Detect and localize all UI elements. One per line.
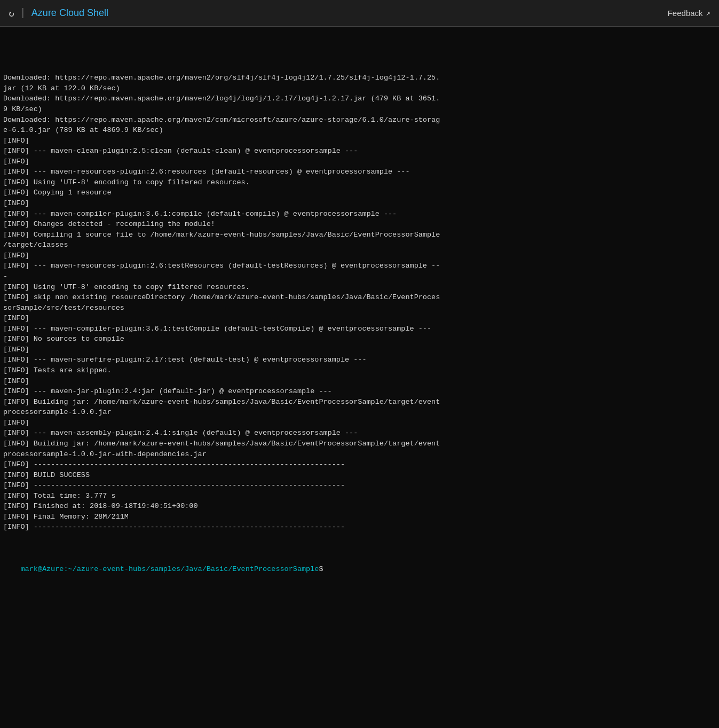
terminal-line: [INFO] --- maven-clean-plugin:2.5:clean … xyxy=(3,146,716,156)
terminal-line: [INFO] --- maven-surefire-plugin:2.17:te… xyxy=(3,355,716,365)
terminal-line: Downloaded: https://repo.maven.apache.or… xyxy=(3,93,716,104)
terminal-line: e-6.1.0.jar (789 KB at 4869.9 KB/sec) xyxy=(3,125,716,136)
terminal-line: [INFO] xyxy=(3,376,716,387)
terminal-line: [INFO] --- maven-assembly-plugin:2.4.1:s… xyxy=(3,428,716,439)
refresh-icon[interactable]: ↻ xyxy=(9,7,14,19)
prompt-dollar: $ xyxy=(319,565,323,573)
terminal-line: [INFO] Total time: 3.777 s xyxy=(3,491,716,502)
terminal-line: [INFO] Building jar: /home/mark/azure-ev… xyxy=(3,439,716,449)
terminal-line: [INFO] Copying 1 resource xyxy=(3,187,716,198)
terminal-line: processorsample-1.0.0.jar xyxy=(3,407,716,418)
terminal-line: [INFO] Final Memory: 28M/211M xyxy=(3,512,716,522)
terminal-line: [INFO] skip non existing resourceDirecto… xyxy=(3,292,716,303)
feedback-label: Feedback xyxy=(668,9,703,18)
terminal-line: [INFO] xyxy=(3,313,716,324)
prompt-path: :~/azure-event-hubs/samples/Java/Basic/E… xyxy=(64,565,319,573)
terminal-line: [INFO] xyxy=(3,345,716,355)
terminal-line: jar (12 KB at 122.0 KB/sec) xyxy=(3,83,716,94)
divider: | xyxy=(20,7,26,19)
titlebar: ↻ | Azure Cloud Shell Feedback ↗ xyxy=(0,0,719,27)
terminal-line: [INFO] Tests are skipped. xyxy=(3,365,716,376)
terminal-line: [INFO] Using 'UTF-8' encoding to copy fi… xyxy=(3,177,716,188)
terminal-line: [INFO] ---------------------------------… xyxy=(3,522,716,533)
prompt-user: mark@Azure xyxy=(20,565,64,573)
terminal-line: [INFO] Finished at: 2018-09-18T19:40:51+… xyxy=(3,501,716,512)
terminal-line: [INFO] --- maven-compiler-plugin:3.6.1:c… xyxy=(3,209,716,220)
terminal-line: [INFO] No sources to compile xyxy=(3,334,716,345)
terminal-line: [INFO] --- maven-resources-plugin:2.6:re… xyxy=(3,167,716,177)
terminal[interactable]: Downloaded: https://repo.maven.apache.or… xyxy=(0,27,719,728)
terminal-line: - xyxy=(3,271,716,282)
terminal-line: [INFO] ---------------------------------… xyxy=(3,480,716,491)
terminal-line: Downloaded: https://repo.maven.apache.or… xyxy=(3,115,716,126)
terminal-line: [INFO] xyxy=(3,251,716,261)
terminal-line: processorsample-1.0.0-jar-with-dependenc… xyxy=(3,449,716,460)
external-link-icon: ↗ xyxy=(706,9,710,18)
terminal-line: [INFO] xyxy=(3,156,716,167)
terminal-line: [INFO] --- maven-compiler-plugin:3.6.1:t… xyxy=(3,324,716,334)
terminal-line: [INFO] xyxy=(3,136,716,146)
terminal-line: [INFO] Compiling 1 source file to /home/… xyxy=(3,230,716,240)
terminal-line: [INFO] Changes detected - recompiling th… xyxy=(3,219,716,230)
terminal-line: [INFO] --- maven-resources-plugin:2.6:te… xyxy=(3,261,716,271)
terminal-line: [INFO] xyxy=(3,198,716,209)
terminal-line: [INFO] ---------------------------------… xyxy=(3,459,716,470)
terminal-line: [INFO] xyxy=(3,418,716,428)
titlebar-left: ↻ | Azure Cloud Shell xyxy=(9,7,108,19)
feedback-button[interactable]: Feedback ↗ xyxy=(668,9,710,18)
terminal-line: /target/classes xyxy=(3,240,716,251)
terminal-line: sorSample/src/test/resources xyxy=(3,303,716,314)
terminal-line: 9 KB/sec) xyxy=(3,104,716,115)
terminal-line: [INFO] Building jar: /home/mark/azure-ev… xyxy=(3,397,716,408)
terminal-line: [INFO] BUILD SUCCESS xyxy=(3,470,716,481)
terminal-line: [INFO] --- maven-jar-plugin:2.4:jar (def… xyxy=(3,386,716,397)
terminal-content: Downloaded: https://repo.maven.apache.or… xyxy=(3,52,716,533)
app-title: Azure Cloud Shell xyxy=(31,7,108,19)
terminal-line: Downloaded: https://repo.maven.apache.or… xyxy=(3,73,716,83)
prompt-line: mark@Azure:~/azure-event-hubs/samples/Ja… xyxy=(3,553,716,585)
terminal-line: [INFO] Using 'UTF-8' encoding to copy fi… xyxy=(3,282,716,293)
